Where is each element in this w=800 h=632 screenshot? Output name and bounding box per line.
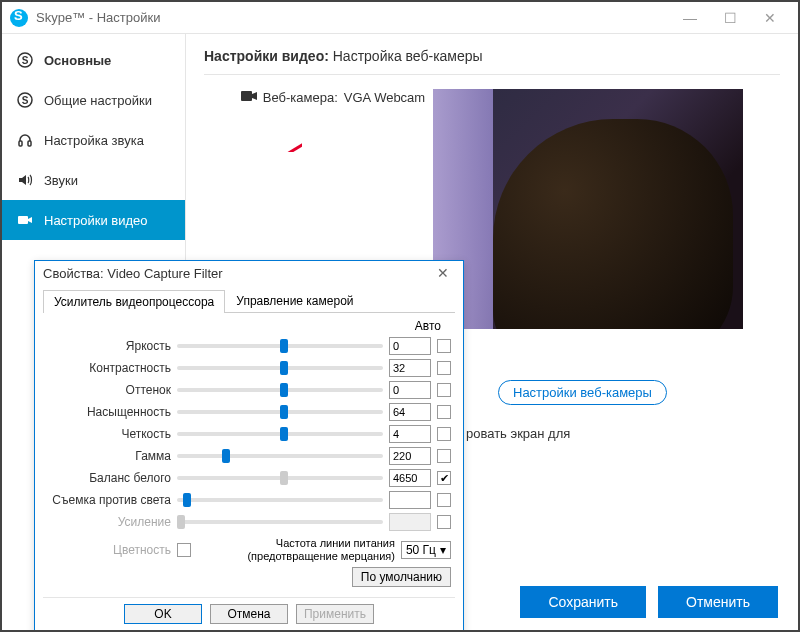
partial-text: ровать экран для <box>466 426 570 441</box>
skype-icon: S <box>16 52 34 68</box>
slider-track[interactable] <box>177 344 383 348</box>
auto-checkbox[interactable] <box>437 427 451 441</box>
slider-label: Оттенок <box>47 383 171 397</box>
defaults-button[interactable]: По умолчанию <box>352 567 451 587</box>
slider-track[interactable] <box>177 388 383 392</box>
slider-thumb[interactable] <box>222 449 230 463</box>
slider-value[interactable] <box>389 513 431 531</box>
slider-label: Съемка против света <box>47 493 171 507</box>
svg-rect-5 <box>28 141 31 146</box>
svg-text:S: S <box>22 95 29 106</box>
powerline-freq-select[interactable]: 50 Гц▾ <box>401 541 451 559</box>
slider-value[interactable] <box>389 491 431 509</box>
headset-icon <box>16 132 34 148</box>
webcam-preview <box>433 89 743 329</box>
slider-row: Оттенок0 <box>47 379 451 401</box>
slider-row: Четкость4 <box>47 423 451 445</box>
powerline-freq-label: Частота линии питания (предотвращение ме… <box>247 537 395 563</box>
auto-checkbox[interactable] <box>437 361 451 375</box>
slider-row: Усиление <box>47 511 451 533</box>
dialog-title-text: Свойства: Video Capture Filter <box>43 266 431 281</box>
auto-checkbox[interactable] <box>437 339 451 353</box>
slider-label: Четкость <box>47 427 171 441</box>
sidebar-header[interactable]: S Основные <box>2 40 185 80</box>
slider-row: Яркость0 <box>47 335 451 357</box>
slider-row: Гамма220 <box>47 445 451 467</box>
svg-rect-6 <box>18 216 28 224</box>
slider-row: Съемка против света <box>47 489 451 511</box>
svg-text:S: S <box>22 55 29 66</box>
slider-track[interactable] <box>177 432 383 436</box>
slider-thumb[interactable] <box>280 427 288 441</box>
skype-icon: S <box>16 92 34 108</box>
auto-checkbox[interactable]: ✔ <box>437 471 451 485</box>
slider-track[interactable] <box>177 476 383 480</box>
svg-rect-4 <box>19 141 22 146</box>
ok-button[interactable]: OK <box>124 604 202 624</box>
color-label: Цветность <box>47 543 171 557</box>
maximize-button[interactable]: ☐ <box>710 3 750 33</box>
skype-logo-icon <box>10 9 28 27</box>
sidebar-item-video[interactable]: Настройки видео <box>2 200 185 240</box>
camera-icon <box>16 212 34 228</box>
svg-rect-7 <box>241 91 252 101</box>
slider-thumb[interactable] <box>280 361 288 375</box>
sidebar-item-general[interactable]: S Общие настройки <box>2 80 185 120</box>
slider-label: Яркость <box>47 339 171 353</box>
window-title: Skype™ - Настройки <box>36 10 670 25</box>
sidebar-item-label: Общие настройки <box>44 93 152 108</box>
slider-track[interactable] <box>177 498 383 502</box>
auto-checkbox[interactable] <box>437 383 451 397</box>
slider-thumb[interactable] <box>280 471 288 485</box>
slider-track[interactable] <box>177 410 383 414</box>
properties-dialog: Свойства: Video Capture Filter ✕ Усилите… <box>34 260 464 632</box>
slider-value[interactable]: 0 <box>389 337 431 355</box>
apply-button[interactable]: Применить <box>296 604 374 624</box>
dialog-cancel-button[interactable]: Отмена <box>210 604 288 624</box>
slider-thumb <box>177 515 185 529</box>
slider-label: Контрастность <box>47 361 171 375</box>
slider-value[interactable]: 4650 <box>389 469 431 487</box>
slider-row: Баланс белого4650✔ <box>47 467 451 489</box>
sidebar-item-audio[interactable]: Настройка звука <box>2 120 185 160</box>
auto-checkbox[interactable] <box>437 515 451 529</box>
slider-label: Насыщенность <box>47 405 171 419</box>
slider-thumb[interactable] <box>280 339 288 353</box>
content-header: Настройки видео: Настройка веб-камеры <box>204 48 780 75</box>
sidebar-item-label: Настройки видео <box>44 213 148 228</box>
auto-checkbox[interactable] <box>437 449 451 463</box>
slider-value[interactable]: 32 <box>389 359 431 377</box>
camera-icon <box>241 89 257 105</box>
save-button[interactable]: Сохранить <box>520 586 646 618</box>
tab-video-amp[interactable]: Усилитель видеопроцессора <box>43 290 225 313</box>
auto-checkbox[interactable] <box>437 493 451 507</box>
cancel-button[interactable]: Отменить <box>658 586 778 618</box>
slider-track <box>177 520 383 524</box>
slider-value[interactable]: 220 <box>389 447 431 465</box>
slider-value[interactable]: 0 <box>389 381 431 399</box>
color-checkbox[interactable] <box>177 543 191 557</box>
slider-label: Баланс белого <box>47 471 171 485</box>
close-button[interactable]: ✕ <box>750 3 790 33</box>
slider-track[interactable] <box>177 366 383 370</box>
slider-label: Гамма <box>47 449 171 463</box>
slider-thumb[interactable] <box>280 383 288 397</box>
slider-row: Насыщенность64 <box>47 401 451 423</box>
slider-thumb[interactable] <box>280 405 288 419</box>
slider-value[interactable]: 64 <box>389 403 431 421</box>
sidebar-header-label: Основные <box>44 53 111 68</box>
webcam-settings-button[interactable]: Настройки веб-камеры <box>498 380 667 405</box>
dialog-titlebar[interactable]: Свойства: Video Capture Filter ✕ <box>35 261 463 285</box>
tab-camera-control[interactable]: Управление камерой <box>225 289 364 312</box>
dialog-close-button[interactable]: ✕ <box>431 265 455 281</box>
chevron-down-icon: ▾ <box>440 543 446 557</box>
sidebar-item-label: Настройка звука <box>44 133 144 148</box>
sidebar-item-sounds[interactable]: Звуки <box>2 160 185 200</box>
slider-thumb[interactable] <box>183 493 191 507</box>
auto-checkbox[interactable] <box>437 405 451 419</box>
slider-label: Усиление <box>47 515 171 529</box>
slider-value[interactable]: 4 <box>389 425 431 443</box>
auto-column-header: Авто <box>47 319 451 333</box>
slider-track[interactable] <box>177 454 383 458</box>
minimize-button[interactable]: — <box>670 3 710 33</box>
